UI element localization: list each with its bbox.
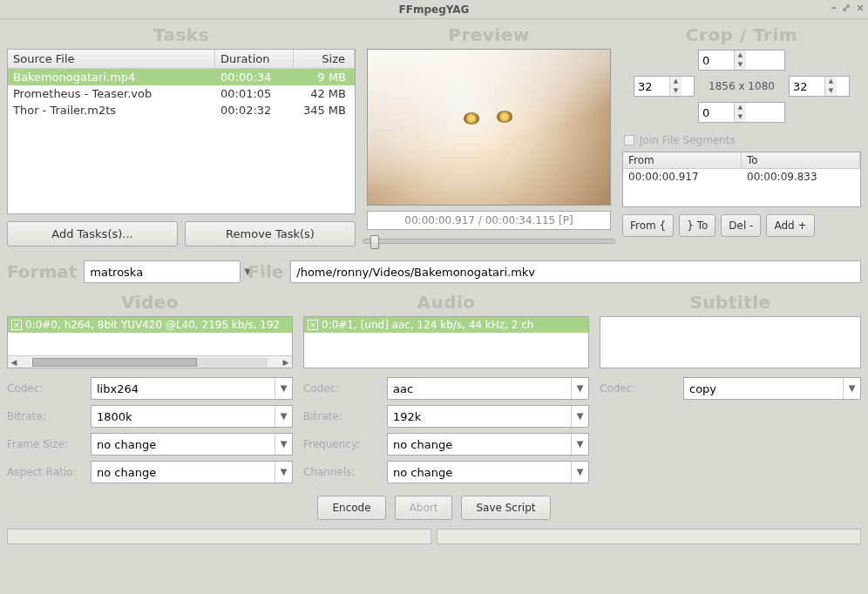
crop-top-input[interactable] [699, 51, 734, 70]
audio-channels-input[interactable] [388, 466, 571, 479]
abort-button[interactable]: Abort [395, 496, 453, 520]
preview-slider[interactable] [363, 239, 615, 244]
trim-row[interactable]: 00:00:00.91700:00:09.833 [623, 169, 860, 185]
file-label: File [248, 261, 283, 282]
video-stream-list[interactable]: × 0:0#0, h264, 8bit YUV420 @L40, 2195 kb… [7, 316, 293, 368]
chevron-down-icon[interactable]: ▼ [275, 406, 292, 427]
col-from[interactable]: From [623, 152, 742, 168]
task-row[interactable]: Bakemonogatari.mp400:00:349 MB [8, 69, 355, 85]
video-scrollbar[interactable]: ◀ ▶ [8, 355, 292, 368]
video-aspect-input[interactable] [92, 466, 275, 479]
crop-right-spinner[interactable]: ▲▼ [789, 76, 850, 97]
col-duration[interactable]: Duration [215, 50, 294, 68]
subtitle-stream-list[interactable] [600, 316, 861, 368]
audio-stream-item[interactable]: × 0:0#1, [und] aac, 124 kb/s, 44 kHz, 2 … [304, 317, 588, 333]
audio-bitrate-label: Bitrate: [303, 410, 382, 422]
chevron-right-icon[interactable]: ▶ [280, 358, 292, 367]
chevron-down-icon[interactable]: ▼ [571, 378, 588, 399]
video-framesize-combo[interactable]: ▼ [91, 433, 293, 456]
chevron-down-icon[interactable]: ▼ [571, 434, 588, 455]
chevron-left-icon[interactable]: ◀ [8, 358, 20, 367]
task-row[interactable]: Thor - Trailer.m2ts00:02:32345 MB [8, 102, 355, 118]
add-button[interactable]: Add + [766, 214, 814, 237]
audio-freq-combo[interactable]: ▼ [387, 433, 589, 456]
chevron-up-icon[interactable]: ▲ [825, 77, 837, 86]
subtitle-codec-combo[interactable]: ▼ [683, 377, 861, 400]
minimize-icon[interactable]: – [831, 2, 837, 14]
audio-bitrate-input[interactable] [388, 410, 571, 423]
titlebar: FFmpegYAG – ⤢ × [0, 0, 868, 19]
audio-stream-label: 0:0#1, [und] aac, 124 kb/s, 44 kHz, 2 ch [322, 319, 533, 331]
task-row[interactable]: Prometheus - Teaser.vob00:01:0542 MB [8, 85, 355, 102]
col-to[interactable]: To [742, 152, 860, 168]
trim-list[interactable]: From To 00:00:00.91700:00:09.833 [622, 152, 861, 207]
chevron-down-icon[interactable]: ▼ [571, 406, 588, 427]
crop-dimensions: 1856 x 1080 [698, 80, 785, 92]
status-right [437, 529, 861, 544]
close-icon[interactable]: × [856, 2, 865, 14]
subtitle-codec-input[interactable] [684, 382, 843, 395]
format-label: Format [7, 261, 77, 282]
audio-freq-label: Frequency: [303, 438, 382, 450]
chevron-down-icon[interactable]: ▼ [571, 462, 588, 483]
video-codec-input[interactable] [92, 382, 275, 395]
checkbox-icon[interactable]: × [308, 320, 318, 330]
window-title: FFmpegYAG [399, 3, 470, 16]
chevron-down-icon[interactable]: ▼ [275, 434, 292, 455]
checkbox-icon[interactable] [624, 135, 634, 145]
file-input[interactable] [290, 260, 861, 283]
crop-top-spinner[interactable]: ▲▼ [698, 50, 785, 71]
from-button[interactable]: From { [622, 214, 674, 237]
crop-bottom-spinner[interactable]: ▲▼ [698, 102, 785, 123]
audio-stream-list[interactable]: × 0:0#1, [und] aac, 124 kb/s, 44 kHz, 2 … [303, 316, 589, 368]
scrollbar-thumb[interactable] [32, 358, 197, 367]
task-list[interactable]: Source File Duration Size Bakemonogatari… [7, 49, 356, 214]
video-bitrate-input[interactable] [92, 410, 275, 423]
join-segments-checkbox[interactable]: Join File Segments [622, 131, 861, 152]
remove-tasks-button[interactable]: Remove Task(s) [185, 221, 356, 246]
video-framesize-input[interactable] [92, 438, 275, 451]
audio-codec-input[interactable] [388, 382, 571, 395]
checkbox-icon[interactable]: × [11, 320, 22, 330]
crop-left-input[interactable] [634, 77, 669, 96]
chevron-down-icon[interactable]: ▼ [843, 378, 860, 399]
chevron-up-icon[interactable]: ▲ [670, 77, 682, 86]
slider-thumb[interactable] [370, 235, 379, 249]
chevron-down-icon[interactable]: ▼ [735, 112, 746, 122]
crop-right-input[interactable] [790, 77, 824, 96]
chevron-down-icon[interactable]: ▼ [735, 60, 746, 70]
video-codec-combo[interactable]: ▼ [91, 377, 293, 400]
encode-button[interactable]: Encode [317, 496, 385, 520]
add-tasks-button[interactable]: Add Tasks(s)... [7, 221, 178, 246]
crop-left-spinner[interactable]: ▲▼ [634, 76, 695, 97]
chevron-down-icon[interactable]: ▼ [275, 462, 292, 483]
crop-title: Crop / Trim [622, 24, 861, 45]
col-size[interactable]: Size [294, 50, 355, 68]
chevron-up-icon[interactable]: ▲ [735, 103, 746, 112]
video-stream-label: 0:0#0, h264, 8bit YUV420 @L40, 2195 kb/s… [25, 319, 280, 331]
chevron-down-icon[interactable]: ▼ [275, 378, 292, 399]
format-combo[interactable]: ▼ [84, 260, 241, 283]
chevron-down-icon[interactable]: ▼ [825, 86, 837, 96]
status-left [7, 529, 431, 544]
save-script-button[interactable]: Save Script [461, 496, 550, 520]
maximize-icon[interactable]: ⤢ [842, 2, 851, 14]
audio-freq-input[interactable] [388, 438, 571, 451]
chevron-up-icon[interactable]: ▲ [735, 51, 746, 60]
format-input[interactable] [85, 266, 243, 279]
crop-bottom-input[interactable] [699, 103, 734, 122]
preview-time: 00:00:00.917 / 00:00:34.115 [P] [367, 211, 611, 230]
video-aspect-combo[interactable]: ▼ [91, 461, 293, 483]
audio-codec-combo[interactable]: ▼ [387, 377, 589, 400]
video-framesize-label: Frame Size: [7, 438, 85, 450]
chevron-down-icon[interactable]: ▼ [670, 86, 682, 96]
preview-image [367, 49, 611, 206]
del-button[interactable]: Del - [721, 214, 761, 237]
col-source[interactable]: Source File [8, 50, 215, 68]
to-button[interactable]: } To [679, 214, 715, 237]
video-bitrate-combo[interactable]: ▼ [91, 405, 293, 428]
join-segments-label: Join File Segments [640, 134, 736, 146]
audio-channels-combo[interactable]: ▼ [387, 461, 589, 483]
video-stream-item[interactable]: × 0:0#0, h264, 8bit YUV420 @L40, 2195 kb… [8, 317, 292, 333]
audio-bitrate-combo[interactable]: ▼ [387, 405, 589, 428]
